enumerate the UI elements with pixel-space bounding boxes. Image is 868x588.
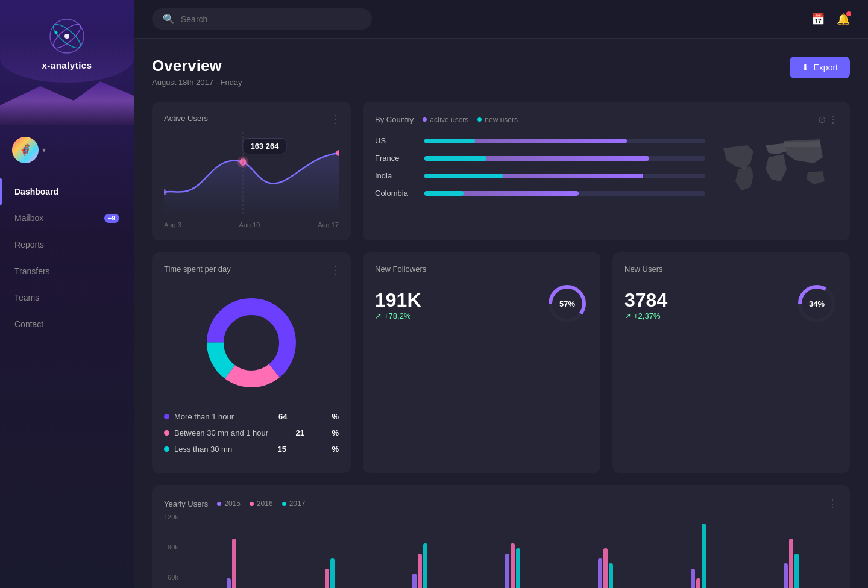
- country-bars: US France: [375, 136, 705, 211]
- row-3: Yearly Users 2015 2016: [152, 485, 850, 588]
- sidebar-item-contact[interactable]: Contact: [0, 311, 134, 337]
- svg-point-4: [55, 31, 58, 34]
- bar-col: [789, 539, 793, 588]
- export-icon: ⬇: [802, 63, 809, 72]
- logo-area: x-analytics: [0, 0, 134, 83]
- bar-group: [745, 539, 838, 588]
- new-users-stats: 3784 ↗ +2,37% 34%: [624, 283, 838, 327]
- new-followers-change: ↗ +78,2%: [375, 311, 421, 321]
- search-box[interactable]: 🔍: [152, 8, 372, 30]
- topbar: 🔍 📅 🔔: [134, 0, 868, 39]
- country-row-colombia: Colombia: [375, 189, 705, 198]
- new-followers-card: New Followers 191K ↗ +78,2% 57%: [363, 252, 600, 473]
- bar-group: [652, 524, 745, 588]
- by-country-menu-icon[interactable]: ⊙ ⋮: [818, 114, 838, 125]
- arrow-up-icon: ↗: [375, 311, 382, 321]
- bar-chart: [188, 513, 838, 588]
- sidebar-item-dashboard[interactable]: Dashboard: [0, 178, 134, 205]
- search-input[interactable]: [181, 14, 361, 24]
- bar-col: [418, 554, 422, 588]
- chart-tooltip: 163 264: [242, 138, 286, 154]
- world-map: [717, 136, 838, 211]
- new-followers-title: New Followers: [375, 264, 588, 274]
- notif-dot: [846, 11, 851, 16]
- app-name: x-analytics: [42, 60, 92, 70]
- sidebar-item-mailbox[interactable]: Mailbox +9: [0, 205, 134, 231]
- bar-col: [423, 543, 427, 588]
- topbar-icons: 📅 🔔: [811, 13, 850, 26]
- nav-label-teams: Teams: [14, 293, 39, 302]
- nav-label-contact: Contact: [14, 319, 43, 329]
- active-users-title: Active Users: [164, 114, 339, 123]
- bar-col: [696, 578, 700, 588]
- bar-group: [374, 543, 467, 588]
- sidebar-item-reports[interactable]: Reports: [0, 231, 134, 258]
- legend-row-0: More than 1 hour 64%: [164, 412, 339, 421]
- bar-col: [511, 543, 515, 588]
- svg-point-3: [64, 34, 69, 39]
- country-row-us: US: [375, 136, 705, 145]
- active-users-card: Active Users ⋮: [152, 102, 351, 240]
- donut-chart: [164, 283, 339, 403]
- nav-label-transfers: Transfers: [14, 266, 50, 276]
- bar-group: [559, 548, 652, 588]
- country-row-india: India: [375, 171, 705, 180]
- nav-label-mailbox: Mailbox: [14, 213, 43, 223]
- bar-group: [467, 543, 559, 588]
- bar-col: [598, 558, 602, 588]
- country-row-france: France: [375, 154, 705, 163]
- export-button[interactable]: ⬇ Export: [790, 57, 850, 78]
- sidebar-item-transfers[interactable]: Transfers: [0, 258, 134, 284]
- new-users-title: New Users: [624, 264, 838, 274]
- nav-menu: Dashboard Mailbox +9 Reports Transfers T…: [0, 178, 134, 588]
- active-users-chart: 163 264: [164, 132, 339, 216]
- new-followers-stats: 191K ↗ +78,2% 57%: [375, 283, 588, 327]
- user-area[interactable]: 🦸 ▾: [0, 128, 134, 172]
- legend-row-1: Between 30 mn and 1 hour 21%: [164, 428, 339, 437]
- export-label: Export: [814, 63, 838, 72]
- active-users-menu-icon[interactable]: ⋮: [330, 113, 341, 126]
- legend-2017: 2017: [282, 499, 306, 508]
- logo-icon: [49, 18, 85, 54]
- calendar-icon[interactable]: 📅: [811, 13, 825, 26]
- new-users-value: 3784: [624, 289, 667, 311]
- bar-col: [330, 558, 335, 588]
- by-country-card: By Country active users new users ⊙ ⋮: [363, 102, 850, 240]
- new-users-card: New Users 3784 ↗ +2,37% 34%: [612, 252, 850, 473]
- time-spent-menu-icon[interactable]: ⋮: [330, 263, 341, 277]
- time-spent-title: Time spent per day: [164, 264, 339, 274]
- legend-row-2: Less than 30 mn 15%: [164, 445, 339, 454]
- legend-2015: 2015: [217, 499, 241, 508]
- bar-col: [227, 578, 231, 588]
- page-date: August 18th 2017 - Friday: [152, 78, 242, 87]
- bar-chart-container: JanFebMarAprJunJulAug: [188, 513, 838, 588]
- new-followers-value: 191K: [375, 289, 421, 311]
- users-ring: 34%: [796, 283, 838, 327]
- bar-group: [188, 539, 281, 588]
- main-area: 🔍 📅 🔔 Overview August 18th 2017 - Friday…: [134, 0, 868, 588]
- followers-ring: 57%: [546, 283, 588, 327]
- new-users-change: ↗ +2,37%: [624, 311, 667, 321]
- arrow-up-icon-2: ↗: [624, 311, 631, 321]
- svg-text:57%: 57%: [559, 299, 575, 308]
- legend-2016: 2016: [250, 499, 273, 508]
- notification-icon[interactable]: 🔔: [837, 13, 850, 26]
- nav-label-dashboard: Dashboard: [14, 187, 58, 196]
- yearly-header: Yearly Users 2015 2016: [164, 497, 838, 510]
- row-2: Time spent per day ⋮: [152, 252, 850, 473]
- search-icon: 🔍: [163, 13, 175, 25]
- chart-labels: Aug 3 Aug 10 Aug 17: [164, 221, 339, 228]
- bar-col: [516, 548, 520, 588]
- page-header: Overview August 18th 2017 - Friday ⬇ Exp…: [152, 57, 850, 87]
- yearly-menu-icon[interactable]: ⋮: [827, 497, 838, 510]
- sidebar-item-teams[interactable]: Teams: [0, 284, 134, 311]
- avatar[interactable]: 🦸: [12, 137, 39, 163]
- yearly-title: Yearly Users: [164, 499, 208, 508]
- yearly-users-card: Yearly Users 2015 2016: [152, 485, 850, 588]
- bar-col: [325, 569, 329, 588]
- sidebar: x-analytics 🦸 ▾ Dashboard Mailbox +9 Rep…: [0, 0, 134, 588]
- bar-col: [232, 539, 236, 588]
- yearly-chart-area: 120k 90k 60k 30k JanFebMarAprJunJulAug: [164, 513, 838, 588]
- donut-legend: More than 1 hour 64% Between 30 mn and 1…: [164, 412, 339, 454]
- bar-group: [281, 558, 374, 588]
